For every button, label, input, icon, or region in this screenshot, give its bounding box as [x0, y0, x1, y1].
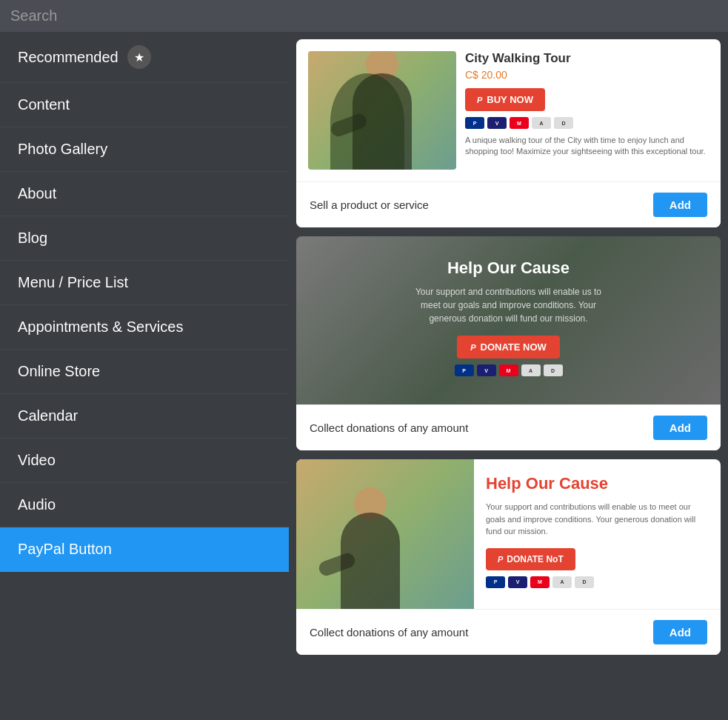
donation-light-description: Your support and contributions will enab… [486, 501, 709, 538]
sidebar-item-label: Menu / Price List [18, 274, 128, 291]
search-input[interactable] [10, 7, 718, 24]
sidebar-item-paypal-button[interactable]: PayPal Button [0, 527, 289, 572]
donation-dark-top: Help Our Cause Your support and contribu… [296, 236, 721, 404]
sidebar-item-recommended[interactable]: Recommended ★ [0, 32, 289, 83]
sidebar-item-label: Video [18, 452, 56, 469]
mc-donate-icon: M [499, 364, 518, 376]
sidebar-item-label: Recommended [18, 49, 118, 66]
product-price: C$ 20.00 [465, 69, 709, 81]
paypal-icon: P [477, 96, 482, 104]
product-card-bottom: Sell a product or service Add [296, 181, 721, 227]
donation-light-card: Help Our Cause Your support and contribu… [296, 459, 721, 655]
figure-body [353, 73, 412, 170]
visa-payment-icon: V [487, 117, 507, 129]
sidebar-item-audio[interactable]: Audio [0, 483, 289, 527]
sidebar-item-photo-gallery[interactable]: Photo Gallery [0, 127, 289, 172]
sidebar-item-calendar[interactable]: Calendar [0, 394, 289, 439]
product-title: City Walking Tour [465, 51, 709, 66]
search-bar [0, 0, 728, 32]
add-donation-light-button[interactable]: Add [653, 620, 707, 644]
paypal-icon-donate: P [470, 343, 475, 352]
sidebar: Recommended ★ Content Photo Gallery Abou… [0, 32, 289, 720]
product-description: A unique walking tour of the City with t… [465, 135, 709, 158]
sidebar-item-video[interactable]: Video [0, 439, 289, 483]
product-info: City Walking Tour C$ 20.00 P BUY NOW P V… [465, 51, 709, 158]
sidebar-item-label: Appointments & Services [18, 319, 183, 336]
payment-icons: P V M A D [465, 117, 709, 129]
other-donate-icon-2: D [544, 364, 563, 376]
sidebar-item-label: Photo Gallery [18, 141, 107, 158]
donate-now-button[interactable]: P DONATE NOW [457, 336, 560, 359]
donation-dark-title: Help Our Cause [405, 259, 612, 278]
mastercard-payment-icon: M [510, 117, 529, 129]
donation-dark-card: Help Our Cause Your support and contribu… [296, 236, 721, 450]
paypal-donate-icon: P [455, 364, 474, 376]
donation-light-payment-icons: P V M A D [486, 576, 594, 588]
sidebar-item-label: Content [18, 96, 70, 113]
add-donation-dark-button[interactable]: Add [653, 416, 707, 440]
mc-light-icon: M [530, 576, 550, 588]
donation-figure [311, 483, 430, 609]
sidebar-item-blog[interactable]: Blog [0, 216, 289, 261]
sidebar-item-menu-price-list[interactable]: Menu / Price List [0, 261, 289, 305]
sidebar-item-label: Calendar [18, 407, 78, 424]
star-icon: ★ [127, 45, 151, 69]
paypal-light-icon: P [486, 576, 505, 588]
buy-now-label: BUY NOW [487, 94, 533, 105]
sell-product-label: Sell a product or service [310, 199, 429, 211]
donation-light-info: Help Our Cause Your support and contribu… [474, 459, 721, 609]
collect-donations-light-label: Collect donations of any amount [310, 626, 468, 639]
product-image [308, 51, 456, 170]
collect-donations-label: Collect donations of any amount [310, 421, 468, 434]
product-card: City Walking Tour C$ 20.00 P BUY NOW P V… [296, 39, 721, 227]
other-light-icon-2: D [575, 576, 594, 588]
other-light-icon: A [552, 576, 572, 588]
sidebar-item-label: About [18, 185, 56, 202]
sidebar-item-content[interactable]: Content [0, 83, 289, 127]
donation-dark-content: Help Our Cause Your support and contribu… [405, 259, 612, 382]
buy-now-button[interactable]: P BUY NOW [465, 88, 545, 111]
content-area: City Walking Tour C$ 20.00 P BUY NOW P V… [289, 32, 728, 720]
sidebar-item-label: Audio [18, 496, 56, 513]
other-payment-icon: A [532, 117, 551, 129]
visa-donate-icon: V [477, 364, 496, 376]
paypal-payment-icon: P [465, 117, 484, 129]
donation-dark-card-bottom: Collect donations of any amount Add [296, 404, 721, 450]
donate-now-label: DONATE NOW [481, 341, 547, 353]
figure-arm [329, 112, 369, 139]
visa-light-icon: V [508, 576, 527, 588]
donation-light-title: Help Our Cause [486, 474, 608, 493]
sidebar-item-about[interactable]: About [0, 172, 289, 216]
product-figure [323, 51, 441, 170]
add-product-button[interactable]: Add [653, 193, 707, 217]
donate-not-button[interactable]: P DONATE NoT [486, 548, 575, 570]
sidebar-item-label: Online Store [18, 363, 100, 380]
sidebar-item-label: Blog [18, 230, 47, 247]
donation-dark-description: Your support and contributions will enab… [405, 285, 612, 325]
paypal-icon-donate-light: P [498, 555, 503, 564]
donation-payment-icons: P V M A D [405, 364, 612, 376]
sidebar-item-online-store[interactable]: Online Store [0, 350, 289, 394]
donation-light-image [296, 459, 474, 609]
donation-light-card-bottom: Collect donations of any amount Add [296, 609, 721, 655]
donation-light-top: Help Our Cause Your support and contribu… [296, 459, 721, 609]
sidebar-item-label: PayPal Button [18, 541, 112, 558]
main-layout: Recommended ★ Content Photo Gallery Abou… [0, 32, 728, 720]
other-donate-icon: A [521, 364, 541, 376]
product-card-top: City Walking Tour C$ 20.00 P BUY NOW P V… [296, 39, 721, 181]
other-payment-icon-2: D [554, 117, 573, 129]
sidebar-item-appointments-services[interactable]: Appointments & Services [0, 305, 289, 350]
donate-not-label: DONATE NoT [507, 554, 563, 564]
